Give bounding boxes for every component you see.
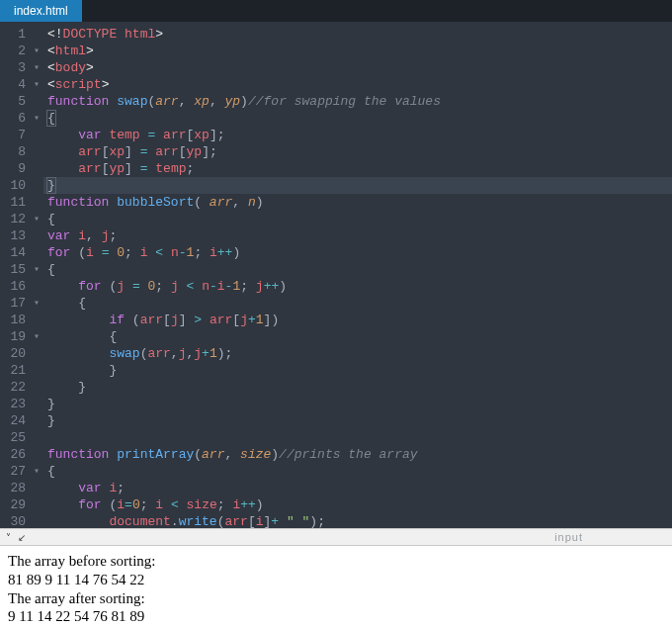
code-line[interactable]: var i; <box>47 480 672 496</box>
line-number: 30 <box>6 513 26 528</box>
fold-spacer <box>34 93 40 110</box>
line-number: 11 <box>6 194 26 211</box>
code-line[interactable]: document.write(arr[i]+ " "); <box>47 513 672 528</box>
code-line[interactable]: var temp = arr[xp]; <box>47 127 672 143</box>
line-number: 23 <box>6 396 26 412</box>
fold-spacer <box>34 160 40 177</box>
fold-spacer <box>34 412 40 429</box>
line-number: 18 <box>6 312 26 328</box>
code-line[interactable]: var i, j; <box>47 227 672 244</box>
line-number: 29 <box>6 496 26 513</box>
line-number: 2 <box>6 43 26 59</box>
fold-spacer <box>34 496 40 513</box>
code-line[interactable]: { <box>47 261 672 278</box>
code-content[interactable]: <!DOCTYPE html><html><body><script>funct… <box>43 22 672 528</box>
code-line[interactable]: { <box>47 463 672 480</box>
line-number: 15 <box>6 261 26 278</box>
fold-column: ▾▾▾ ▾ ▾ ▾ ▾ ▾ ▾ <box>34 22 43 528</box>
line-number: 3 <box>6 59 26 76</box>
fold-spacer <box>34 345 40 362</box>
line-number: 14 <box>6 244 26 261</box>
fold-spacer <box>34 379 40 396</box>
line-number-gutter: 1234567891011121314151617181920212223242… <box>0 22 34 528</box>
fold-spacer <box>34 194 40 211</box>
output-line: The array after sorting: <box>8 589 664 608</box>
fold-toggle-icon[interactable]: ▾ <box>34 328 40 345</box>
line-number: 24 <box>6 412 26 429</box>
code-line[interactable]: } <box>47 362 672 379</box>
line-number: 26 <box>6 446 26 463</box>
fold-toggle-icon[interactable]: ▾ <box>34 463 40 480</box>
fold-spacer <box>34 480 40 496</box>
fold-toggle-icon[interactable]: ▾ <box>34 59 40 76</box>
code-line[interactable]: { <box>47 328 672 345</box>
tab-label: index.html <box>14 4 68 18</box>
fold-spacer <box>34 227 40 244</box>
fold-spacer <box>34 513 40 528</box>
line-number: 12 <box>6 211 26 227</box>
fold-spacer <box>34 429 40 446</box>
fold-spacer <box>34 278 40 295</box>
code-line[interactable]: { <box>47 211 672 227</box>
code-line[interactable]: { <box>47 295 672 312</box>
code-line[interactable]: if (arr[j] > arr[j+1]) <box>47 312 672 328</box>
output-line: The array before sorting: <box>8 552 664 571</box>
output-panel: The array before sorting:81 89 9 11 14 7… <box>0 546 672 629</box>
code-line[interactable]: } <box>47 379 672 396</box>
line-number: 16 <box>6 278 26 295</box>
fold-toggle-icon[interactable]: ▾ <box>34 261 40 278</box>
input-panel-label: input <box>554 531 583 543</box>
code-area[interactable]: 1234567891011121314151617181920212223242… <box>0 22 672 528</box>
chevron-down-icon[interactable]: ˅ ↙ <box>6 532 28 543</box>
output-line: 81 89 9 11 14 76 54 22 <box>8 571 664 589</box>
fold-spacer <box>34 127 40 143</box>
line-number: 19 <box>6 328 26 345</box>
line-number: 27 <box>6 463 26 480</box>
fold-toggle-icon[interactable]: ▾ <box>34 211 40 227</box>
fold-spacer <box>34 177 40 194</box>
code-line[interactable]: function swap(arr, xp, yp)//for swapping… <box>47 93 672 110</box>
fold-spacer <box>34 26 40 43</box>
line-number: 10 <box>6 177 26 194</box>
tab-bar: index.html <box>0 0 672 22</box>
code-line[interactable]: } <box>47 396 672 412</box>
fold-toggle-icon[interactable]: ▾ <box>34 110 40 127</box>
fold-toggle-icon[interactable]: ▾ <box>34 295 40 312</box>
code-editor: index.html 12345678910111213141516171819… <box>0 0 672 528</box>
code-line[interactable]: arr[yp] = temp; <box>47 160 672 177</box>
fold-spacer <box>34 244 40 261</box>
fold-spacer <box>34 312 40 328</box>
code-line[interactable]: function printArray(arr, size)//prints t… <box>47 446 672 463</box>
code-line[interactable]: <script> <box>47 76 672 93</box>
line-number: 21 <box>6 362 26 379</box>
code-line[interactable] <box>47 429 672 446</box>
line-number: 7 <box>6 127 26 143</box>
line-number: 1 <box>6 26 26 43</box>
code-line[interactable]: <html> <box>47 43 672 59</box>
line-number: 13 <box>6 227 26 244</box>
panel-divider[interactable]: ˅ ↙ input <box>0 528 672 546</box>
fold-toggle-icon[interactable]: ▾ <box>34 76 40 93</box>
line-number: 8 <box>6 143 26 160</box>
line-number: 25 <box>6 429 26 446</box>
code-line[interactable]: function bubbleSort( arr, n) <box>47 194 672 211</box>
code-line[interactable]: swap(arr,j,j+1); <box>47 345 672 362</box>
code-line[interactable]: { <box>47 110 672 127</box>
line-number: 9 <box>6 160 26 177</box>
line-number: 4 <box>6 76 26 93</box>
fold-spacer <box>34 362 40 379</box>
fold-toggle-icon[interactable]: ▾ <box>34 43 40 59</box>
code-line[interactable]: <!DOCTYPE html> <box>47 26 672 43</box>
code-line[interactable]: for (i=0; i < size; i++) <box>47 496 672 513</box>
fold-spacer <box>34 143 40 160</box>
line-number: 6 <box>6 110 26 127</box>
code-line[interactable]: <body> <box>47 59 672 76</box>
line-number: 28 <box>6 480 26 496</box>
fold-spacer <box>34 446 40 463</box>
code-line[interactable]: } <box>47 412 672 429</box>
code-line[interactable]: for (j = 0; j < n-i-1; j++) <box>47 278 672 295</box>
output-line: 9 11 14 22 54 76 81 89 <box>8 607 664 626</box>
code-line[interactable]: for (i = 0; i < n-1; i++) <box>47 244 672 261</box>
tab-index-html[interactable]: index.html <box>0 0 82 22</box>
code-line[interactable]: arr[xp] = arr[yp]; <box>47 143 672 160</box>
